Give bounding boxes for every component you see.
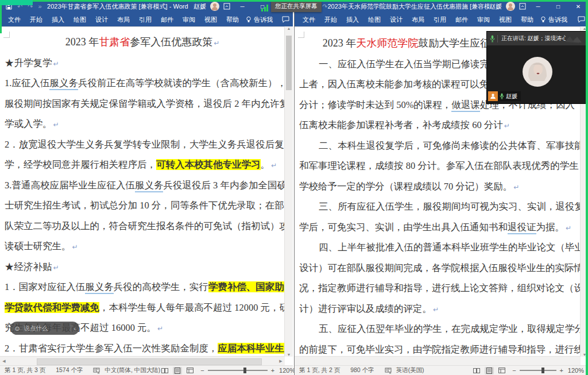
ribbon-display-options-icon[interactable] xyxy=(519,3,526,10)
document-canvas[interactable]: 2023 年甘肃省参军入伍优惠政策↵★升学复学↵1.应征入伍服义务兵役前正在高等… xyxy=(0,26,285,357)
zoom-slider-thumb[interactable] xyxy=(243,368,246,373)
redo-icon[interactable]: ↷ xyxy=(322,3,327,10)
ribbon-tab-文件[interactable]: 文件 xyxy=(298,16,320,24)
close-button[interactable]: ✕ xyxy=(570,0,586,13)
account-avatar[interactable] xyxy=(210,2,219,11)
ribbon-tab-设计[interactable]: 设计 xyxy=(91,16,113,24)
chat-placeholder[interactable]: 说点什么 xyxy=(24,324,67,333)
ribbon-tab-视图[interactable]: 视图 xyxy=(494,16,516,24)
doc-line: 二、本科生退役复学后，可免修尚未修读的公共体育、军事技能 xyxy=(299,136,576,156)
smiley-icon[interactable]: ☺ xyxy=(14,324,21,333)
ribbon-tab-引用[interactable]: 引用 xyxy=(429,16,451,24)
page-indicator[interactable]: 第 1 页, 共 2 页 xyxy=(299,366,340,374)
ribbon-tab-邮件[interactable]: 邮件 xyxy=(451,16,473,24)
read-mode-icon[interactable] xyxy=(160,367,169,374)
zoom-slider-thumb[interactable] xyxy=(541,368,544,373)
meeting-chat-pill[interactable]: ☺ 说点什么 ‹ xyxy=(10,322,79,335)
print-layout-icon[interactable] xyxy=(173,367,182,374)
margin-crop-mark xyxy=(3,32,10,38)
scroll-right-icon[interactable]: ▶ xyxy=(277,359,285,364)
read-mode-icon[interactable] xyxy=(472,367,481,374)
doc-line: 学，经学校同意并履行相关程序后，可转入本校其他专业学习。↵ xyxy=(5,154,280,175)
zoom-slider[interactable] xyxy=(520,370,556,371)
page-indicator[interactable]: 第 1 页, 共 3 页 xyxy=(5,366,45,374)
horizontal-scrollbar[interactable]: ◀ ▶ xyxy=(0,356,285,366)
zoom-out-button[interactable]: − xyxy=(512,367,516,374)
web-layout-icon[interactable] xyxy=(185,367,195,374)
minimize-button[interactable]: ─ xyxy=(234,0,250,13)
web-layout-icon[interactable] xyxy=(497,367,506,374)
ribbon-tab-开始[interactable]: 开始 xyxy=(320,16,342,24)
share-border-top xyxy=(0,0,588,2)
language-indicator[interactable]: 英语(美国) xyxy=(396,366,424,374)
vertical-scroll-thumb[interactable] xyxy=(286,36,292,90)
zoom-in-button[interactable]: + xyxy=(560,367,563,374)
vertical-scrollbar[interactable]: ▲ ▼ xyxy=(284,26,293,357)
minimize-button[interactable]: ─ xyxy=(530,0,546,13)
zoom-out-button[interactable]: − xyxy=(200,367,204,374)
zoom-in-button[interactable]: + xyxy=(271,367,274,374)
divider xyxy=(497,35,498,42)
word-count[interactable]: 980 个字 xyxy=(350,366,374,374)
ribbon-tab-审阅[interactable]: 审阅 xyxy=(178,16,200,24)
person-icon xyxy=(488,91,498,101)
doc-line: 1.应征入伍服义务兵役前正在高等学校就读的学生（含高校新生）， xyxy=(5,73,280,94)
ribbon-tab-绘图[interactable]: 绘图 xyxy=(69,16,91,24)
tell-me[interactable]: 告诉我 xyxy=(540,16,567,24)
doc-line: 2．放宽退役大学生义务兵复学转专业限制，大学生义务兵退役后复 xyxy=(5,134,280,155)
tab-list: 文件开始插入绘图设计布局引用邮件审阅视图帮助 xyxy=(298,16,538,24)
zoom-percentage[interactable]: 120% xyxy=(278,367,295,374)
ribbon-tab-文件[interactable]: 文件 xyxy=(3,16,25,24)
ribbon-tab-设计[interactable]: 设计 xyxy=(385,16,407,24)
collapse-chat-icon[interactable]: ‹ xyxy=(74,325,76,332)
doc-line: 队荣立二等功及以上的，符合研究生报名条件的可免试（指初试）攻 xyxy=(5,216,280,237)
proofing-icon[interactable] xyxy=(385,368,392,374)
scroll-up-icon[interactable]: ▲ xyxy=(285,26,293,30)
ribbon-tab-视图[interactable]: 视图 xyxy=(200,16,222,24)
account-avatar[interactable] xyxy=(506,2,515,11)
margin-crop-mark xyxy=(298,32,304,38)
meeting-video-overlay[interactable]: 正在讲话: 赵媛；漫境涛心； 赵媛 xyxy=(487,32,588,103)
ribbon-tab-帮助[interactable]: 帮助 xyxy=(222,16,243,24)
horizontal-scrollbar[interactable] xyxy=(295,356,581,366)
account-name[interactable]: 赵媛 xyxy=(194,2,206,11)
tell-me[interactable]: 告诉我 xyxy=(246,16,273,24)
ribbon-tab-引用[interactable]: 引用 xyxy=(134,16,156,24)
participant-name-badge: 赵媛 xyxy=(488,91,521,101)
ribbon-tab-邮件[interactable]: 邮件 xyxy=(156,16,178,24)
language-indicator[interactable]: 中文(简体, 中国大陆) xyxy=(105,366,160,374)
scroll-left-icon[interactable]: ◀ xyxy=(0,359,8,364)
horizontal-scroll-thumb[interactable] xyxy=(37,358,262,365)
doc-line: 学后，可免实习、实训，由学生出具入伍通知书和退役证为据。↵ xyxy=(299,217,576,238)
doc-line: 况，指定教师进行辅导和指导，进行线上论文答辩，组织对论文（设 xyxy=(299,278,576,299)
ribbon-tab-布局[interactable]: 布局 xyxy=(407,16,429,24)
comments-icon[interactable] xyxy=(282,16,289,23)
customize-qat-icon[interactable]: » xyxy=(38,3,41,10)
ribbon-tab-插入[interactable]: 插入 xyxy=(47,16,69,24)
share-border-right xyxy=(586,0,588,375)
maximize-button[interactable]: □ xyxy=(550,0,566,13)
title-bar[interactable]: ↶ ↷ » 2023年甘肃省参军入伍优惠政策 [兼容模式] - Word 赵媛 … xyxy=(0,0,293,13)
ribbon-tabs: 文件开始插入绘图设计布局引用邮件审阅视图帮助 告诉我 xyxy=(295,13,588,26)
zoom-slider[interactable] xyxy=(208,370,268,371)
doc-line: 和军事理论课程，成绩按 80 分计。参军入伍在部队表现优秀的学生， xyxy=(299,156,576,176)
status-bar: 第 1 页, 共 3 页 1574 个字 中文(简体, 中国大陆) − + 12… xyxy=(0,365,293,375)
zoom-percentage[interactable]: 120% xyxy=(567,367,584,374)
view-switcher xyxy=(160,367,195,374)
ribbon-tab-绘图[interactable]: 绘图 xyxy=(363,16,385,24)
word-count[interactable]: 1574 个字 xyxy=(56,366,83,374)
ribbon-display-options-icon[interactable] xyxy=(223,3,230,10)
doc-line: 伍离校未能参加课程补考者，补考成绩按 60 分计↵ xyxy=(299,115,576,136)
sharing-tooltip: 您正在共享屏幕 xyxy=(271,1,322,12)
comments-icon[interactable] xyxy=(578,16,585,23)
ribbon-tab-开始[interactable]: 开始 xyxy=(25,16,47,24)
ribbon-tab-审阅[interactable]: 审阅 xyxy=(473,16,494,24)
title-bar[interactable]: ↶ ↷ 2023年天水师范学院鼓励大学生应征入伍优惠措施 [兼容模式] - Wo… xyxy=(295,0,588,13)
ribbon-tab-布局[interactable]: 布局 xyxy=(113,16,134,24)
print-layout-icon[interactable] xyxy=(485,367,494,374)
ribbon-tab-帮助[interactable]: 帮助 xyxy=(516,16,538,24)
ribbon-tab-插入[interactable]: 插入 xyxy=(342,16,363,24)
account-name[interactable]: 赵媛 xyxy=(489,2,502,11)
proofing-icon[interactable] xyxy=(93,368,100,374)
scroll-down-icon[interactable]: ▼ xyxy=(285,353,293,357)
